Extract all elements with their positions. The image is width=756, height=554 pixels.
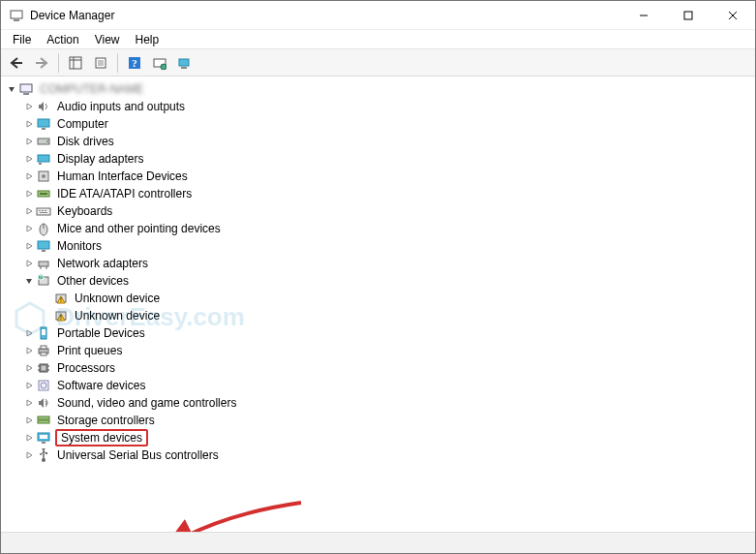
- app-icon: [9, 8, 24, 23]
- svg-rect-36: [45, 210, 46, 211]
- svg-rect-58: [42, 366, 45, 370]
- chevron-down-icon[interactable]: [5, 82, 18, 96]
- tree-item-other[interactable]: ?Other devices: [20, 272, 753, 290]
- device-tree[interactable]: DriverEasy.com COMPUTER-NAMEAudio inputs…: [1, 77, 755, 532]
- tree-item-unknown1[interactable]: !Unknown device: [38, 290, 753, 307]
- menu-view[interactable]: View: [87, 31, 128, 48]
- svg-rect-20: [181, 67, 187, 69]
- show-hide-tree-button[interactable]: [64, 51, 87, 75]
- back-button[interactable]: [5, 51, 28, 75]
- menu-help[interactable]: Help: [128, 31, 167, 48]
- svg-rect-33: [37, 208, 50, 215]
- chevron-right-icon[interactable]: [22, 431, 36, 445]
- chevron-right-icon[interactable]: [22, 204, 36, 218]
- svg-rect-3: [684, 12, 692, 19]
- devices-printers-button[interactable]: [173, 51, 197, 75]
- maximize-button[interactable]: [666, 1, 711, 30]
- tree-item-monitors[interactable]: Monitors: [20, 237, 753, 255]
- tree-root-node[interactable]: COMPUTER-NAME: [3, 80, 753, 98]
- chevron-right-icon[interactable]: [22, 100, 36, 113]
- chevron-down-icon[interactable]: [22, 274, 36, 288]
- menu-action[interactable]: Action: [39, 31, 86, 48]
- tree-item-unknown2[interactable]: !Unknown device: [38, 307, 753, 324]
- chevron-right-icon[interactable]: [22, 448, 36, 462]
- storage-icon: [36, 413, 51, 428]
- chevron-right-icon[interactable]: [22, 169, 36, 183]
- tree-item-disk[interactable]: Disk drives: [20, 133, 753, 150]
- svg-rect-8: [70, 57, 81, 69]
- help-button[interactable]: ?: [123, 51, 146, 75]
- device-manager-window: Device Manager File Action View Help ? D…: [0, 0, 756, 554]
- tree-item-system[interactable]: System devices: [20, 429, 753, 446]
- chevron-right-icon[interactable]: [22, 222, 36, 235]
- svg-rect-42: [39, 262, 48, 266]
- tree-item-label: Other devices: [55, 274, 131, 288]
- titlebar: Device Manager: [1, 1, 755, 30]
- tree-item-label: Disk drives: [55, 135, 116, 148]
- svg-rect-21: [20, 84, 32, 92]
- svg-rect-0: [11, 11, 22, 18]
- tree-item-label: Print queues: [55, 344, 124, 357]
- tree-item-display[interactable]: Display adapters: [20, 150, 753, 168]
- tree-item-label: IDE ATA/ATAPI controllers: [55, 187, 194, 200]
- chevron-right-icon[interactable]: [22, 135, 36, 148]
- tree-item-keyboards[interactable]: Keyboards: [20, 202, 753, 220]
- svg-rect-65: [38, 416, 49, 419]
- sound-controller-icon: [36, 395, 51, 411]
- chevron-right-icon[interactable]: [22, 344, 36, 357]
- chevron-right-icon[interactable]: [22, 152, 36, 166]
- printer-icon: [36, 343, 51, 358]
- chevron-right-icon[interactable]: [22, 326, 36, 340]
- chevron-right-icon[interactable]: [22, 361, 36, 375]
- svg-point-26: [46, 140, 48, 142]
- properties-button[interactable]: [89, 51, 112, 75]
- svg-text:!: !: [60, 296, 62, 303]
- hid-icon: [36, 169, 51, 184]
- tree-item-software[interactable]: Software devices: [20, 377, 753, 394]
- chevron-right-icon[interactable]: [22, 414, 36, 427]
- chevron-right-icon[interactable]: [22, 379, 36, 392]
- annotation-arrow: [175, 498, 311, 532]
- chevron-right-icon[interactable]: [22, 117, 36, 131]
- tree-item-printq[interactable]: Print queues: [20, 342, 753, 359]
- usb-icon: [36, 447, 51, 463]
- tree-item-portable[interactable]: Portable Devices: [20, 324, 753, 342]
- tree-item-sound[interactable]: Sound, video and game controllers: [20, 394, 753, 412]
- menubar: File Action View Help: [1, 30, 755, 49]
- warning-icon: !: [53, 308, 69, 323]
- monitor-icon: [36, 116, 51, 132]
- tree-item-processors[interactable]: Processors: [20, 359, 753, 377]
- chevron-right-icon[interactable]: [22, 239, 36, 253]
- tree-item-label: Sound, video and game controllers: [55, 396, 238, 410]
- forward-button[interactable]: [30, 51, 53, 75]
- svg-rect-37: [40, 212, 47, 213]
- tree-item-computer[interactable]: Computer: [20, 115, 753, 133]
- tree-item-ide[interactable]: IDE ATA/ATAPI controllers: [20, 185, 753, 202]
- svg-rect-66: [38, 420, 49, 423]
- close-button[interactable]: [711, 1, 755, 30]
- speaker-icon: [36, 99, 51, 114]
- tree-item-network[interactable]: Network adapters: [20, 255, 753, 272]
- svg-rect-32: [40, 193, 47, 195]
- svg-rect-73: [45, 452, 47, 454]
- chevron-right-icon[interactable]: [22, 396, 36, 410]
- chevron-right-icon[interactable]: [22, 257, 36, 270]
- tree-item-mice[interactable]: Mice and other pointing devices: [20, 220, 753, 237]
- svg-rect-24: [42, 128, 45, 130]
- tree-item-label: Network adapters: [55, 257, 150, 270]
- svg-rect-69: [42, 442, 45, 444]
- tree-item-storage[interactable]: Storage controllers: [20, 412, 753, 429]
- mouse-icon: [36, 221, 51, 236]
- tree-item-usb[interactable]: Universal Serial Bus controllers: [20, 446, 753, 464]
- svg-text:?: ?: [132, 57, 137, 69]
- svg-rect-68: [40, 435, 47, 439]
- tree-item-label: Software devices: [55, 379, 147, 392]
- tree-item-audio[interactable]: Audio inputs and outputs: [20, 98, 753, 115]
- svg-rect-28: [39, 163, 42, 165]
- ide-icon: [36, 186, 51, 201]
- tree-item-hid[interactable]: Human Interface Devices: [20, 168, 753, 185]
- menu-file[interactable]: File: [5, 31, 39, 48]
- chevron-right-icon[interactable]: [22, 187, 36, 200]
- minimize-button[interactable]: [621, 1, 666, 30]
- scan-hardware-button[interactable]: [148, 51, 171, 75]
